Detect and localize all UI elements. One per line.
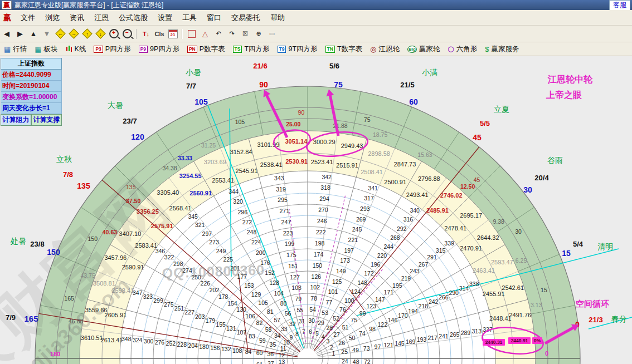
view-button-quotes[interactable]: ▦行情 xyxy=(0,43,31,55)
svg-text:300: 300 xyxy=(144,338,154,345)
center-target-icon[interactable]: ⊕ xyxy=(252,28,265,40)
t-updown-icon[interactable]: T↓ xyxy=(140,28,152,40)
boxed-x-icon[interactable]: ☒ xyxy=(239,28,251,40)
view-button-label: K线 xyxy=(75,45,86,54)
app-logo-icon: 赢 xyxy=(2,1,12,9)
svg-text:0%: 0% xyxy=(534,338,541,343)
svg-text:45: 45 xyxy=(474,176,480,183)
menu-item-9[interactable]: 帮助 xyxy=(265,12,290,23)
svg-text:149: 149 xyxy=(336,268,346,274)
menu-item-1[interactable]: 浏览 xyxy=(40,12,65,23)
menu-item-4[interactable]: 公式选股 xyxy=(114,12,153,23)
view-button-9t-square[interactable]: T99T四方形 xyxy=(274,43,322,55)
svg-text:148: 148 xyxy=(357,279,367,286)
menu-item-0[interactable]: 文件 xyxy=(16,12,40,23)
view-button-sectors[interactable]: ▦板块 xyxy=(31,43,61,55)
menu-item-5[interactable]: 设置 xyxy=(153,12,177,23)
svg-text:105: 105 xyxy=(235,119,245,125)
zoom-out-icon[interactable]: − xyxy=(121,28,133,40)
view-button-winner-service[interactable]: $赢家服务 xyxy=(481,43,523,55)
svg-text:24: 24 xyxy=(342,358,348,364)
rotate-cw-icon[interactable]: ↷ xyxy=(226,28,238,40)
svg-text:153: 153 xyxy=(244,282,254,289)
triangle-tool-icon[interactable]: △ xyxy=(199,28,211,40)
svg-text:82: 82 xyxy=(256,319,263,326)
svg-text:344: 344 xyxy=(229,188,239,195)
svg-text:2: 2 xyxy=(330,344,333,351)
svg-text:97: 97 xyxy=(375,343,381,350)
svg-text:75: 75 xyxy=(364,116,371,123)
svg-text:26: 26 xyxy=(338,340,345,346)
shift-up-icon[interactable]: ↑ xyxy=(81,28,93,40)
svg-text:江恩轮中轮: 江恩轮中轮 xyxy=(547,75,593,84)
svg-text:130: 130 xyxy=(236,306,246,313)
window-title: 赢家江恩专业版[赢家服务平台] - [上证指数 江恩轮] xyxy=(14,1,163,10)
svg-text:169: 169 xyxy=(406,338,416,345)
rotate-ccw-icon[interactable]: ↶ xyxy=(212,28,225,40)
calendar-icon[interactable]: 21 xyxy=(167,28,179,40)
view-button-label: T四方形 xyxy=(244,45,269,54)
svg-text:348: 348 xyxy=(121,336,132,342)
svg-text:58: 58 xyxy=(265,326,272,333)
next-arrow-icon[interactable]: ▶ xyxy=(14,28,26,40)
view-button-p-square[interactable]: P3P四方形 xyxy=(90,43,134,55)
view-button-t-table[interactable]: TNT数字表 xyxy=(322,43,366,55)
pointer-up-icon[interactable]: ▲ xyxy=(27,28,40,40)
svg-text:57: 57 xyxy=(274,317,280,323)
view-button-9p-square[interactable]: P99P四方形 xyxy=(135,43,183,55)
svg-text:203: 203 xyxy=(195,313,205,320)
svg-text:341: 341 xyxy=(368,185,378,191)
svg-text:60: 60 xyxy=(409,97,418,106)
view-button-p-table[interactable]: PNP数字表 xyxy=(183,43,229,55)
menu-item-7[interactable]: 窗口 xyxy=(202,12,226,23)
svg-text:7: 7 xyxy=(302,328,305,335)
shift-down-icon[interactable]: ↓ xyxy=(94,28,106,40)
square-tool-icon[interactable] xyxy=(186,28,198,40)
svg-text:55: 55 xyxy=(297,307,304,313)
view-button-winner-wheel[interactable]: Big赢家轮 xyxy=(403,43,444,55)
svg-text:73: 73 xyxy=(363,345,370,352)
calc-resistance-button[interactable]: 计算阻力 xyxy=(1,114,31,126)
shift-left-icon[interactable]: ← xyxy=(54,28,66,40)
svg-text:101: 101 xyxy=(328,288,338,295)
svg-text:2440.31: 2440.31 xyxy=(485,340,503,345)
svg-text:343: 343 xyxy=(274,175,284,181)
view-button-hexagon[interactable]: ⬡六角形 xyxy=(444,43,481,55)
svg-text:316: 316 xyxy=(403,216,414,223)
svg-text:2440.91: 2440.91 xyxy=(511,338,528,343)
svg-text:322: 322 xyxy=(164,254,174,260)
svg-text:126: 126 xyxy=(312,273,322,280)
svg-text:102: 102 xyxy=(310,284,320,291)
shift-right-icon[interactable]: → xyxy=(67,28,80,40)
svg-text:15: 15 xyxy=(541,287,547,293)
pointer-down-icon[interactable]: ▼ xyxy=(41,28,53,40)
menu-item-6[interactable]: 工具 xyxy=(177,12,202,23)
svg-text:122: 122 xyxy=(378,321,388,328)
svg-text:小满: 小满 xyxy=(422,68,437,77)
calc-support-button[interactable]: 计算支撑 xyxy=(31,114,62,126)
9p-square-icon: P9 xyxy=(139,46,148,53)
prev-arrow-icon[interactable]: ◀ xyxy=(1,28,13,40)
svg-text:83: 83 xyxy=(249,333,255,340)
svg-text:268: 268 xyxy=(390,234,400,241)
menu-item-3[interactable]: 江恩 xyxy=(89,12,114,23)
support-button[interactable]: 客服 xyxy=(609,0,630,11)
svg-text:37: 37 xyxy=(268,360,274,364)
screen-icon[interactable]: ▭ xyxy=(266,28,278,40)
svg-text:2593.47: 2593.47 xyxy=(491,259,513,265)
svg-text:156: 156 xyxy=(210,345,220,351)
zoom-in-icon[interactable]: + xyxy=(108,28,120,40)
view-button-gann-wheel[interactable]: ◎江恩轮 xyxy=(366,43,403,55)
menu-item-2[interactable]: 资讯 xyxy=(65,12,89,23)
svg-text:33.33: 33.33 xyxy=(178,155,192,161)
svg-text:7/8: 7/8 xyxy=(63,170,73,179)
cls-icon[interactable]: Cls xyxy=(153,28,166,40)
view-button-kline[interactable]: K线 xyxy=(62,43,90,55)
view-button-t-square[interactable]: TST四方形 xyxy=(229,43,274,55)
svg-text:100: 100 xyxy=(344,297,354,304)
svg-text:34.38: 34.38 xyxy=(162,165,177,171)
menu-item-8[interactable]: 交易委托 xyxy=(226,12,265,23)
svg-text:2538.41: 2538.41 xyxy=(260,161,283,168)
svg-text:272: 272 xyxy=(242,219,252,225)
svg-text:2898.58: 2898.58 xyxy=(368,150,390,157)
